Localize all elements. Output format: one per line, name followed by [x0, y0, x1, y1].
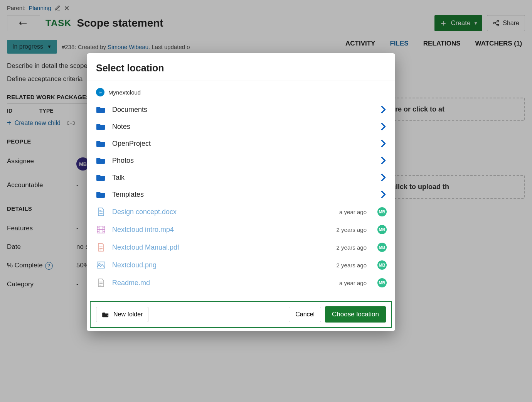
chevron-right-icon [377, 156, 389, 165]
file-row: Nextcloud.png2 years agoMB [96, 256, 391, 274]
cancel-button[interactable]: Cancel [289, 307, 321, 322]
file-row: Nextcloud intro.mp42 years agoMB [96, 221, 391, 238]
avatar: MB [377, 243, 387, 252]
chevron-right-icon [377, 173, 389, 182]
file-row: Design concept.docxa year agoMB [96, 203, 391, 221]
storage-breadcrumb[interactable]: ∞ Mynextcloud [87, 81, 395, 100]
vid-icon [96, 225, 106, 234]
modal-footer: New folder Cancel Choose location [90, 301, 392, 328]
select-location-modal: Select location ∞ Mynextcloud DocumentsN… [87, 53, 395, 331]
avatar: MB [377, 207, 387, 216]
folder-icon [96, 156, 106, 165]
folder-row[interactable]: OpenProject [96, 135, 391, 152]
doc-icon [96, 208, 106, 216]
avatar: MB [377, 278, 387, 287]
folder-name: Templates [112, 191, 144, 199]
file-row: Nextcloud Manual.pdf2 years agoMB [96, 238, 391, 256]
file-name: Nextcloud.png [112, 261, 157, 269]
file-name: Readme.md [112, 279, 150, 287]
file-name: Nextcloud intro.mp4 [112, 226, 174, 234]
folder-icon [96, 122, 106, 131]
folder-icon [96, 105, 106, 114]
folder-row[interactable]: Notes [96, 118, 391, 135]
folder-name: Notes [112, 123, 130, 131]
avatar: MB [377, 260, 387, 270]
file-time: a year ago [339, 209, 367, 215]
new-folder-button[interactable]: New folder [96, 307, 148, 322]
chevron-right-icon [377, 105, 389, 114]
chevron-right-icon [377, 122, 389, 131]
choose-location-button[interactable]: Choose location [325, 306, 386, 323]
file-name: Design concept.docx [112, 208, 177, 216]
folder-row[interactable]: Templates [96, 186, 391, 203]
pdf-icon [96, 243, 106, 252]
avatar: MB [377, 225, 387, 234]
folder-row[interactable]: Documents [96, 101, 391, 118]
file-time: 2 years ago [337, 244, 367, 251]
modal-title: Select location [87, 53, 395, 81]
folder-name: Documents [112, 106, 147, 114]
chevron-right-icon [377, 139, 389, 148]
svg-rect-4 [97, 262, 105, 268]
folder-row[interactable]: Photos [96, 152, 391, 169]
folder-name: Talk [112, 174, 125, 182]
file-list: DocumentsNotesOpenProjectPhotosTalkTempl… [87, 100, 395, 299]
folder-row[interactable]: Talk [96, 169, 391, 186]
chevron-right-icon [377, 190, 389, 199]
file-time: 2 years ago [337, 262, 367, 269]
folder-icon [96, 190, 106, 199]
folder-icon [96, 173, 106, 182]
img-icon [96, 261, 106, 269]
folder-name: Photos [112, 157, 134, 165]
file-time: a year ago [339, 280, 367, 286]
txt-icon [96, 279, 106, 287]
file-row: Readme.mda year agoMB [96, 274, 391, 292]
file-time: 2 years ago [337, 226, 367, 233]
new-folder-icon [102, 311, 109, 318]
folder-icon [96, 139, 106, 148]
folder-name: OpenProject [112, 140, 151, 148]
file-name: Nextcloud Manual.pdf [112, 243, 179, 252]
nextcloud-icon: ∞ [96, 88, 104, 96]
